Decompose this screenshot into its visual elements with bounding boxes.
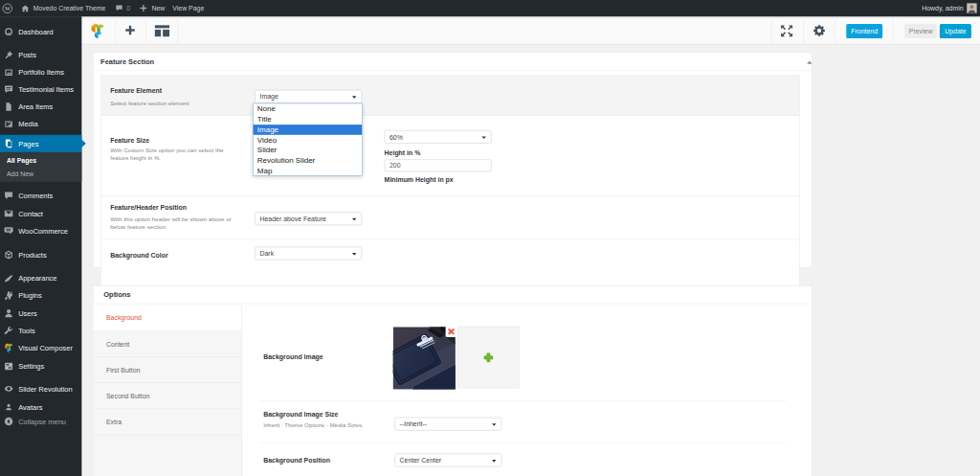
svg-text:W: W: [5, 6, 11, 11]
